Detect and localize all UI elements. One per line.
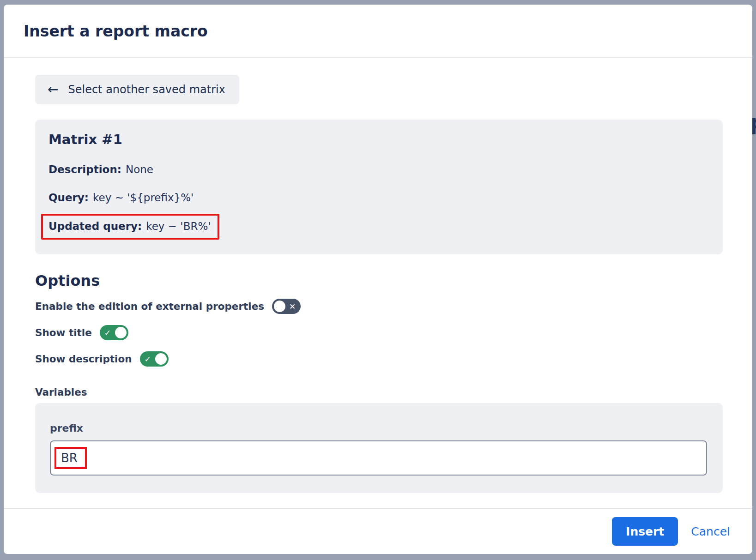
prefix-value-annotation-box: BR bbox=[54, 447, 87, 469]
query-value: key ~ '${prefix}%' bbox=[93, 192, 194, 204]
description-value: None bbox=[126, 163, 153, 175]
toggle-knob bbox=[115, 327, 127, 338]
show-description-toggle[interactable]: ✓ bbox=[140, 351, 169, 367]
toggle-knob bbox=[274, 301, 285, 312]
toggle-knob bbox=[155, 353, 167, 365]
check-icon: ✓ bbox=[104, 325, 111, 340]
variables-panel: prefix BR bbox=[35, 403, 723, 493]
show-description-toggle-label: Show description bbox=[35, 353, 132, 365]
dialog-footer: Insert Cancel bbox=[4, 508, 752, 554]
show-title-toggle-label: Show title bbox=[35, 327, 92, 338]
prefix-field-label: prefix bbox=[50, 422, 707, 434]
screen-overlay-background: p Insert a report macro ← Select another… bbox=[0, 0, 756, 560]
external-properties-toggle[interactable]: ✕ bbox=[272, 299, 301, 314]
insert-report-macro-dialog: Insert a report macro ← Select another s… bbox=[4, 5, 752, 554]
show-title-toggle[interactable]: ✓ bbox=[100, 325, 128, 340]
toggle-row-show-description: Show description ✓ bbox=[35, 351, 723, 367]
updated-query-label: Updated query: bbox=[48, 220, 142, 232]
cancel-button[interactable]: Cancel bbox=[691, 525, 730, 538]
check-icon: ✓ bbox=[145, 351, 151, 367]
variables-heading: Variables bbox=[35, 386, 723, 398]
toggle-row-show-title: Show title ✓ bbox=[35, 325, 723, 340]
matrix-summary-card: Matrix #1 Description:None Query:key ~ '… bbox=[35, 120, 723, 254]
arrow-left-icon: ← bbox=[48, 83, 58, 96]
description-label: Description: bbox=[48, 163, 121, 175]
back-button-label: Select another saved matrix bbox=[68, 83, 225, 96]
toggle-row-external-properties: Enable the edition of external propertie… bbox=[35, 299, 723, 314]
matrix-query-row: Query:key ~ '${prefix}%' bbox=[48, 191, 709, 205]
dialog-body: ← Select another saved matrix Matrix #1 … bbox=[4, 58, 752, 508]
select-another-saved-matrix-button[interactable]: ← Select another saved matrix bbox=[35, 75, 239, 104]
options-heading: Options bbox=[35, 271, 723, 290]
dialog-title: Insert a report macro bbox=[24, 22, 208, 40]
updated-query-annotation-box: Updated query:key ~ 'BR%' bbox=[41, 214, 219, 240]
prefix-input[interactable]: BR bbox=[50, 440, 707, 476]
prefix-input-value: BR bbox=[61, 451, 78, 465]
external-properties-toggle-label: Enable the edition of external propertie… bbox=[35, 301, 264, 312]
matrix-description-row: Description:None bbox=[48, 163, 709, 176]
insert-button[interactable]: Insert bbox=[612, 517, 678, 546]
matrix-title: Matrix #1 bbox=[48, 131, 709, 148]
matrix-updated-query-row: Updated query:key ~ 'BR%' bbox=[48, 214, 709, 240]
query-label: Query: bbox=[48, 192, 89, 204]
dialog-header: Insert a report macro bbox=[4, 5, 752, 58]
x-icon: ✕ bbox=[289, 299, 296, 314]
updated-query-value: key ~ 'BR%' bbox=[146, 220, 211, 232]
